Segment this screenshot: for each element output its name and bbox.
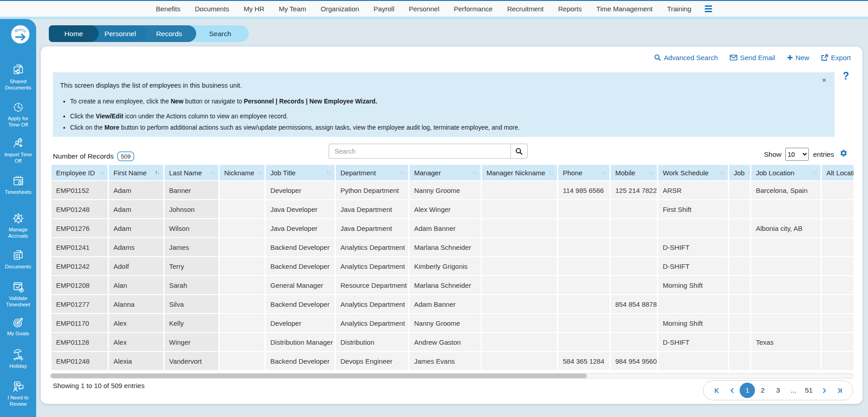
cell — [611, 219, 657, 237]
cell: 584 365 1284 — [558, 352, 609, 370]
last-page-icon[interactable] — [832, 383, 847, 398]
table-row[interactable]: EMP01248AdamJohnsonJava DeveloperJava De… — [52, 200, 854, 218]
import-time-off-icon — [11, 136, 25, 150]
top-nav-item[interactable]: Performance — [454, 5, 493, 13]
column-header-department[interactable]: Department↑↓ — [336, 165, 408, 180]
cell — [658, 219, 728, 237]
cell: Analytics Department — [336, 314, 408, 332]
cell — [729, 200, 750, 218]
new-button[interactable]: New — [787, 54, 809, 61]
column-header-alt-location[interactable]: Alt Location↑↓ — [822, 165, 854, 180]
search-button[interactable] — [511, 144, 528, 159]
page-1[interactable]: 1 — [740, 383, 755, 398]
column-header-manager-nickname[interactable]: Manager Nickname↑↓ — [482, 165, 557, 180]
gear-icon[interactable] — [840, 149, 848, 159]
column-header-nickname[interactable]: Nickname↑↓ — [220, 165, 264, 180]
page-51[interactable]: 51 — [801, 383, 816, 398]
cell: Nanny Groome — [410, 314, 481, 332]
column-header-work-schedule[interactable]: Work Schedule↑↓ — [658, 165, 728, 180]
column-header-manager[interactable]: Manager↑↓ — [410, 165, 481, 180]
sidebar-item-my-goals[interactable]: My Goals — [0, 315, 36, 337]
sidebar-item-shared-documents[interactable]: SharedDocuments — [0, 63, 36, 91]
first-page-icon[interactable] — [709, 383, 724, 398]
top-nav-item[interactable]: Organization — [321, 5, 359, 13]
sidebar-item-i-need-to-review[interactable]: I Need toReview — [0, 380, 36, 408]
top-nav-items: BenefitsDocumentsMy HRMy TeamOrganizatio… — [156, 5, 691, 13]
table-row[interactable]: EMP01248AlexiaVandervortBackend Develope… — [52, 352, 854, 370]
cell: Sarah — [165, 276, 218, 294]
page-2[interactable]: 2 — [755, 383, 770, 398]
cell — [729, 181, 750, 199]
table-row[interactable]: EMP01242AdolfTerryBackend DeveloperAnaly… — [52, 257, 854, 275]
cell — [482, 314, 557, 332]
horizontal-scrollbar[interactable] — [50, 373, 854, 379]
close-icon[interactable]: × — [822, 76, 826, 85]
export-button[interactable]: Export — [821, 54, 851, 61]
table-row[interactable]: EMP01152AdamBannerDeveloperPython Depart… — [52, 181, 854, 199]
top-nav-item[interactable]: Benefits — [156, 5, 180, 13]
table-row[interactable]: EMP01170AlexKellyDeveloperAnalytics Depa… — [52, 314, 854, 332]
hamburger-menu-icon[interactable] — [705, 5, 712, 12]
prev-page-icon[interactable] — [724, 383, 740, 398]
top-nav-item[interactable]: Reports — [558, 5, 582, 13]
help-icon[interactable]: ? — [843, 70, 849, 82]
page-size-select[interactable]: 10 — [785, 148, 809, 161]
top-nav-item[interactable]: Recruitment — [507, 5, 544, 13]
cell — [482, 257, 557, 275]
send-email-link[interactable]: Send Email — [730, 54, 775, 61]
cell: EMP01241 — [52, 238, 108, 256]
top-nav-item[interactable]: Documents — [195, 5, 229, 13]
column-header-job[interactable]: Job↑↓ — [729, 165, 750, 180]
table-row[interactable]: EMP01208AlanSarahGeneral ManagerResource… — [52, 276, 854, 294]
column-header-last-name[interactable]: Last Name↑↓ — [165, 165, 218, 180]
timesheets-icon — [11, 174, 25, 188]
cell — [482, 352, 557, 370]
column-header-mobile[interactable]: Mobile↑↓ — [611, 165, 657, 180]
cell: Adolf — [109, 257, 163, 275]
table-row[interactable]: EMP01277AlannaSilvaBackend DeveloperAnal… — [52, 295, 854, 313]
cell: Adam Banner — [410, 295, 481, 313]
cell: Morning Shift — [658, 314, 728, 332]
top-nav-item[interactable]: Personnel — [409, 5, 439, 13]
cell: Python Department — [336, 181, 408, 199]
sidebar: Menu SharedDocumentsApply forTime OffImp… — [0, 19, 36, 417]
column-header-phone[interactable]: Phone↑↓ — [558, 165, 609, 180]
top-nav-item[interactable]: My HR — [244, 5, 264, 13]
next-page-icon[interactable] — [816, 383, 832, 398]
top-nav-item[interactable]: Payroll — [373, 5, 394, 13]
table-row[interactable]: EMP01276AdamWilsonJava DeveloperJava Dep… — [52, 219, 854, 237]
sidebar-item-import-time-off[interactable]: Import TimeOff — [0, 136, 36, 164]
sidebar-item-holiday[interactable]: Holiday — [0, 348, 36, 370]
sidebar-item-apply-for-time-off[interactable]: Apply forTime Off — [0, 100, 36, 128]
top-nav-item[interactable]: My Team — [279, 5, 307, 13]
sidebar-item-timesheets[interactable]: Timesheets — [0, 174, 36, 196]
cell — [822, 200, 854, 218]
cell — [558, 238, 609, 256]
top-nav-item[interactable]: Time Management — [596, 5, 653, 13]
menu-button[interactable]: Menu — [11, 25, 30, 44]
column-header-first-name[interactable]: First Name↑↓ — [109, 165, 163, 180]
page-3[interactable]: 3 — [770, 383, 786, 398]
sidebar-item-documents[interactable]: Documents — [0, 248, 36, 270]
table-row[interactable]: EMP01241AdamsJamesBackend DeveloperAnaly… — [52, 238, 854, 256]
cell: EMP01277 — [52, 295, 108, 313]
breadcrumb-home[interactable]: Home — [49, 25, 99, 42]
sidebar-item-validate-timesheet[interactable]: ValidateTimesheet — [0, 280, 36, 308]
cell: Alex Winger — [410, 200, 481, 218]
cell: Adams — [109, 238, 163, 256]
cell — [558, 257, 609, 275]
table-row[interactable]: EMP01128AlexWingerDistribution ManagerDi… — [52, 333, 854, 351]
top-nav-item[interactable]: Training — [667, 5, 692, 13]
column-header-job-title[interactable]: Job Title↑↓ — [266, 165, 335, 180]
scrollbar-thumb[interactable] — [51, 374, 587, 378]
sidebar-item-manage-accruals[interactable]: ManageAccruals — [0, 211, 36, 239]
column-header-job-location[interactable]: Job Location↑↓ — [751, 165, 821, 180]
cell — [751, 276, 821, 294]
search-input[interactable] — [329, 144, 511, 159]
column-header-employee-id[interactable]: Employee ID↑↓ — [52, 165, 108, 180]
sort-icon: ↑↓ — [257, 169, 262, 176]
cell — [822, 257, 854, 275]
cell: EMP01152 — [52, 181, 108, 199]
advanced-search-link[interactable]: Advanced Search — [654, 54, 718, 61]
cell: Texas — [751, 333, 821, 351]
